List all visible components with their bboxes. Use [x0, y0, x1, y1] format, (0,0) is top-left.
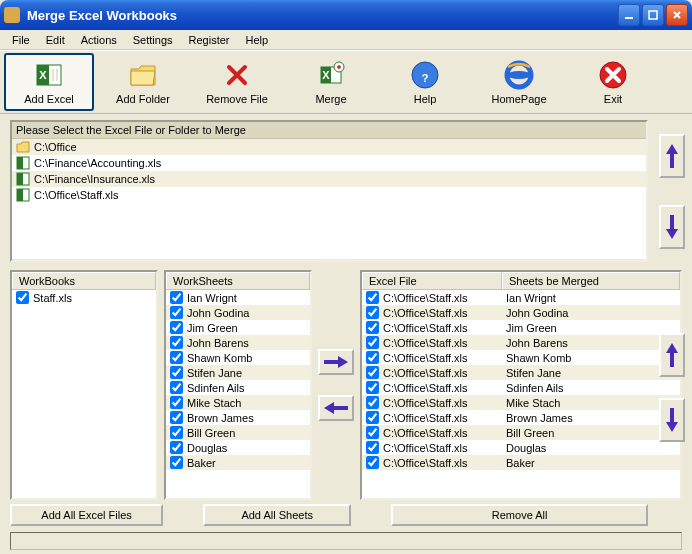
merge-move-up-button[interactable] [659, 333, 685, 377]
merge-file: C:\Office\Staff.xls [383, 457, 468, 469]
merge-row[interactable]: C:\Office\Staff.xlsSdinfen Ails [362, 380, 680, 395]
merge-checkbox[interactable] [366, 456, 379, 469]
merge-row[interactable]: C:\Office\Staff.xlsShawn Komb [362, 350, 680, 365]
merge-checkbox[interactable] [366, 366, 379, 379]
worksheet-row[interactable]: Sdinfen Ails [166, 380, 310, 395]
merge-checkbox[interactable] [366, 411, 379, 424]
worksheet-row[interactable]: Baker [166, 455, 310, 470]
merge-row[interactable]: C:\Office\Staff.xlsJohn Barens [362, 335, 680, 350]
workbooks-list[interactable]: Staff.xls [12, 290, 156, 498]
worksheet-checkbox[interactable] [170, 381, 183, 394]
worksheet-checkbox[interactable] [170, 441, 183, 454]
merge-row[interactable]: C:\Office\Staff.xlsBaker [362, 455, 680, 470]
workbooks-header[interactable]: WorkBooks [12, 272, 156, 289]
merge-row[interactable]: C:\Office\Staff.xlsDouglas [362, 440, 680, 455]
merge-sheet: John Barens [506, 337, 676, 349]
add-to-merge-button[interactable] [318, 349, 354, 375]
merge-list[interactable]: C:\Office\Staff.xlsIan WrigntC:\Office\S… [362, 290, 680, 498]
merge-row[interactable]: C:\Office\Staff.xlsJohn Godina [362, 305, 680, 320]
merge-checkbox[interactable] [366, 336, 379, 349]
worksheet-checkbox[interactable] [170, 351, 183, 364]
worksheet-checkbox[interactable] [170, 321, 183, 334]
bottom-buttons: Add All Excel Files Add All Sheets Remov… [10, 504, 648, 526]
workbook-row[interactable]: Staff.xls [12, 290, 156, 305]
move-up-button[interactable] [659, 134, 685, 178]
merge-move-down-button[interactable] [659, 398, 685, 442]
merge-row[interactable]: C:\Office\Staff.xlsJim Green [362, 320, 680, 335]
toolbar: X Add Excel Add Folder Remove File X Mer… [0, 50, 692, 114]
worksheet-name: Mike Stach [187, 397, 241, 409]
menu-file[interactable]: File [4, 32, 38, 48]
worksheets-list[interactable]: Ian WrigntJohn GodinaJim GreenJohn Baren… [166, 290, 310, 498]
merge-header-sheets[interactable]: Sheets be Merged [502, 272, 680, 289]
maximize-button[interactable] [642, 4, 664, 26]
file-row[interactable]: C:\Office\Staff.xls [12, 187, 646, 203]
toolbar-label: Exit [604, 93, 622, 105]
exit-button[interactable]: Exit [568, 53, 658, 111]
file-list[interactable]: C:\OfficeC:\Finance\Accounting.xlsC:\Fin… [12, 139, 646, 259]
menu-register[interactable]: Register [181, 32, 238, 48]
worksheet-row[interactable]: Shawn Komb [166, 350, 310, 365]
worksheet-row[interactable]: Bill Green [166, 425, 310, 440]
merge-checkbox[interactable] [366, 321, 379, 334]
homepage-button[interactable]: HomePage [474, 53, 564, 111]
merge-reorder-arrows [658, 322, 686, 452]
menu-help[interactable]: Help [238, 32, 277, 48]
worksheet-row[interactable]: Douglas [166, 440, 310, 455]
merge-row[interactable]: C:\Office\Staff.xlsBill Green [362, 425, 680, 440]
worksheet-checkbox[interactable] [170, 411, 183, 424]
merge-row[interactable]: C:\Office\Staff.xlsBrown James [362, 410, 680, 425]
worksheet-checkbox[interactable] [170, 456, 183, 469]
worksheet-checkbox[interactable] [170, 366, 183, 379]
add-excel-button[interactable]: X Add Excel [4, 53, 94, 111]
file-row[interactable]: C:\Finance\Insurance.xls [12, 171, 646, 187]
worksheet-row[interactable]: Ian Wrignt [166, 290, 310, 305]
menu-actions[interactable]: Actions [73, 32, 125, 48]
worksheet-row[interactable]: Stifen Jane [166, 365, 310, 380]
add-folder-button[interactable]: Add Folder [98, 53, 188, 111]
merge-checkbox[interactable] [366, 306, 379, 319]
worksheet-checkbox[interactable] [170, 336, 183, 349]
file-row[interactable]: C:\Finance\Accounting.xls [12, 155, 646, 171]
worksheet-checkbox[interactable] [170, 426, 183, 439]
close-button[interactable] [666, 4, 688, 26]
merge-row[interactable]: C:\Office\Staff.xlsMike Stach [362, 395, 680, 410]
worksheet-row[interactable]: John Godina [166, 305, 310, 320]
add-all-excel-button[interactable]: Add All Excel Files [10, 504, 163, 526]
worksheet-row[interactable]: John Barens [166, 335, 310, 350]
merge-header-excel[interactable]: Excel File [362, 272, 502, 289]
panel-header: WorkSheets [166, 272, 310, 290]
move-down-button[interactable] [659, 205, 685, 249]
merge-checkbox[interactable] [366, 441, 379, 454]
menu-edit[interactable]: Edit [38, 32, 73, 48]
worksheet-row[interactable]: Jim Green [166, 320, 310, 335]
merge-row[interactable]: C:\Office\Staff.xlsStifen Jane [362, 365, 680, 380]
remove-all-button[interactable]: Remove All [391, 504, 648, 526]
merge-checkbox[interactable] [366, 426, 379, 439]
remove-file-button[interactable]: Remove File [192, 53, 282, 111]
menu-settings[interactable]: Settings [125, 32, 181, 48]
help-button[interactable]: ? Help [380, 53, 470, 111]
worksheet-row[interactable]: Mike Stach [166, 395, 310, 410]
app-icon [4, 7, 20, 23]
file-row[interactable]: C:\Office [12, 139, 646, 155]
add-all-sheets-button[interactable]: Add All Sheets [203, 504, 351, 526]
merge-checkbox[interactable] [366, 396, 379, 409]
remove-from-merge-button[interactable] [318, 395, 354, 421]
worksheet-checkbox[interactable] [170, 396, 183, 409]
worksheet-name: Ian Wrignt [187, 292, 237, 304]
merge-checkbox[interactable] [366, 291, 379, 304]
merge-button[interactable]: X Merge [286, 53, 376, 111]
workbook-checkbox[interactable] [16, 291, 29, 304]
worksheet-row[interactable]: Brown James [166, 410, 310, 425]
minimize-button[interactable] [618, 4, 640, 26]
worksheet-checkbox[interactable] [170, 291, 183, 304]
worksheets-header[interactable]: WorkSheets [166, 272, 310, 289]
worksheet-name: Douglas [187, 442, 227, 454]
merge-checkbox[interactable] [366, 381, 379, 394]
status-bar [10, 532, 682, 550]
merge-checkbox[interactable] [366, 351, 379, 364]
worksheet-checkbox[interactable] [170, 306, 183, 319]
merge-row[interactable]: C:\Office\Staff.xlsIan Wrignt [362, 290, 680, 305]
svg-rect-17 [17, 157, 23, 169]
